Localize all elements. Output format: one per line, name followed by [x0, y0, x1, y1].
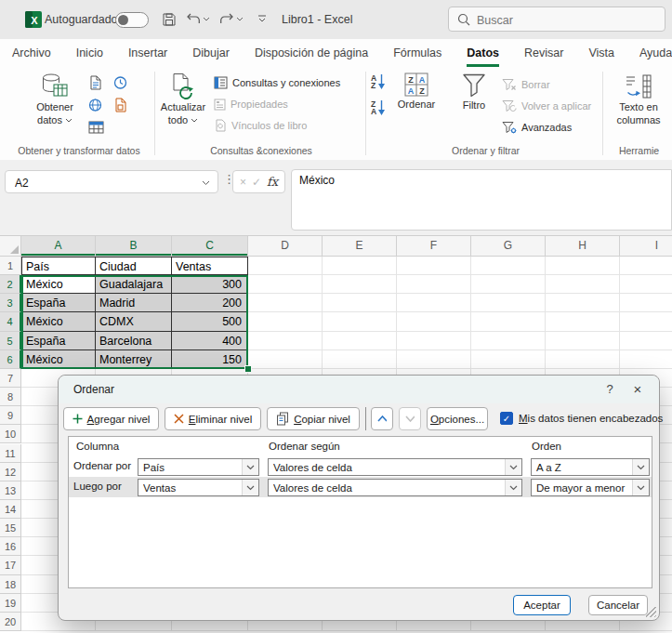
- cell-F4[interactable]: [397, 312, 471, 331]
- tab-archivo[interactable]: Archivo: [12, 39, 51, 67]
- copy-level-button[interactable]: Copiar nivel: [267, 407, 360, 430]
- cell-E6[interactable]: [323, 350, 397, 369]
- tab-revisar[interactable]: Revisar: [524, 39, 563, 67]
- cell-D2[interactable]: [248, 275, 323, 294]
- sort-level-row-1[interactable]: Ordenar por País Valores de celda A a Z: [69, 456, 652, 477]
- cell-G4[interactable]: [471, 312, 546, 331]
- recent-sources-clock-icon[interactable]: [113, 75, 127, 90]
- cell-C6[interactable]: 150: [172, 350, 248, 369]
- level1-column-select[interactable]: País: [138, 458, 259, 476]
- cell-A6[interactable]: México: [21, 350, 96, 369]
- column-header-I[interactable]: I: [620, 236, 672, 257]
- cell-H2[interactable]: [546, 275, 620, 294]
- cell-I6[interactable]: [620, 350, 672, 369]
- select-all-corner[interactable]: [0, 236, 21, 257]
- dialog-help-icon[interactable]: ?: [596, 376, 624, 403]
- cell-D5[interactable]: [248, 332, 323, 350]
- cell-C1[interactable]: Ventas: [172, 257, 248, 275]
- cell-A1[interactable]: País: [21, 257, 96, 275]
- row-header-20[interactable]: 20: [0, 613, 21, 631]
- insert-function-icon[interactable]: fx: [267, 175, 278, 189]
- row-header-10[interactable]: 10: [0, 425, 21, 443]
- move-level-down-button[interactable]: [399, 407, 421, 430]
- cancel-button[interactable]: Cancelar: [588, 595, 648, 615]
- cell-H4[interactable]: [546, 312, 620, 331]
- dialog-close-icon[interactable]: ×: [624, 376, 652, 403]
- name-box-input[interactable]: [13, 173, 189, 192]
- tab-ayuda[interactable]: Ayuda: [639, 39, 672, 67]
- column-header-E[interactable]: E: [323, 236, 397, 257]
- undo-icon[interactable]: [186, 12, 201, 26]
- cell-I1[interactable]: [620, 257, 672, 275]
- redo-icon[interactable]: [219, 12, 234, 26]
- cell-A2[interactable]: México: [21, 275, 96, 294]
- cell-E5[interactable]: [323, 332, 397, 350]
- cell-G5[interactable]: [471, 332, 546, 350]
- cell-A5[interactable]: España: [21, 332, 96, 350]
- tab-vista[interactable]: Vista: [588, 39, 614, 67]
- from-table-range-icon[interactable]: [88, 121, 104, 135]
- properties-button[interactable]: Propiedades: [214, 96, 288, 112]
- cell-B4[interactable]: CDMX: [96, 312, 172, 331]
- row-header-5[interactable]: 5: [0, 332, 21, 350]
- cell-D6[interactable]: [248, 350, 323, 369]
- cell-G6[interactable]: [471, 350, 546, 369]
- name-box-chevron-icon[interactable]: [202, 180, 210, 186]
- row-header-18[interactable]: 18: [0, 575, 21, 594]
- column-header-A[interactable]: A: [21, 236, 96, 257]
- sort-descending-icon[interactable]: ZA: [371, 99, 386, 116]
- column-header-B[interactable]: B: [96, 236, 172, 257]
- refresh-all-button[interactable]: Actualizar todo: [152, 73, 214, 126]
- headers-checkbox[interactable]: ✓: [500, 412, 513, 425]
- row-header-2[interactable]: 2: [0, 275, 21, 294]
- tab-dibujar[interactable]: Dibujar: [192, 39, 230, 67]
- options-button[interactable]: Opciones...: [427, 407, 488, 430]
- confirm-entry-icon[interactable]: ✓: [252, 176, 261, 189]
- cell-A4[interactable]: México: [21, 312, 96, 331]
- cell-B5[interactable]: Barcelona: [96, 332, 172, 350]
- cell-E1[interactable]: [323, 257, 397, 275]
- cell-F1[interactable]: [397, 257, 471, 275]
- cell-D1[interactable]: [248, 257, 323, 275]
- cell-A3[interactable]: España: [21, 294, 96, 312]
- cell-B1[interactable]: Ciudad: [96, 257, 172, 275]
- sort-level-row-2[interactable]: Luego por Ventas Valores de celda De may…: [69, 477, 652, 497]
- tab-formulas[interactable]: Fórmulas: [393, 39, 441, 67]
- cell-C5[interactable]: 400: [172, 332, 248, 350]
- column-header-G[interactable]: G: [471, 236, 546, 257]
- cell-H1[interactable]: [546, 257, 620, 275]
- cell-C3[interactable]: 200: [172, 294, 248, 312]
- delete-level-button[interactable]: Eliminar nivel: [165, 407, 261, 430]
- row-header-19[interactable]: 19: [0, 594, 21, 613]
- level2-sort-on-select[interactable]: Valores de celda: [268, 479, 522, 496]
- row-header-14[interactable]: 14: [0, 500, 21, 519]
- get-data-button[interactable]: Obtener datos: [24, 73, 86, 126]
- cell-B3[interactable]: Madrid: [96, 294, 172, 312]
- tab-insertar[interactable]: Insertar: [128, 39, 167, 67]
- row-header-8[interactable]: 8: [0, 388, 21, 406]
- redo-dropdown-icon[interactable]: [236, 17, 244, 22]
- level2-column-select[interactable]: Ventas: [138, 479, 259, 496]
- row-header-13[interactable]: 13: [0, 481, 21, 500]
- from-text-file-icon[interactable]: [88, 75, 102, 90]
- workbook-links-button[interactable]: Vínculos de libro: [214, 117, 307, 134]
- cell-D4[interactable]: [248, 312, 323, 331]
- cell-H6[interactable]: [546, 350, 620, 369]
- cell-G3[interactable]: [471, 294, 546, 312]
- cell-F2[interactable]: [397, 275, 471, 294]
- column-header-C[interactable]: C: [172, 236, 248, 257]
- cell-F5[interactable]: [397, 332, 471, 350]
- row-header-1[interactable]: 1: [0, 257, 21, 275]
- search-input[interactable]: [475, 8, 660, 32]
- sort-ascending-icon[interactable]: AZ: [371, 73, 386, 90]
- cell-C4[interactable]: 500: [172, 312, 248, 331]
- cell-C2[interactable]: 300: [172, 275, 248, 294]
- row-header-6[interactable]: 6: [0, 350, 21, 369]
- name-box[interactable]: [5, 170, 218, 193]
- move-level-up-button[interactable]: [371, 407, 393, 430]
- row-header-15[interactable]: 15: [0, 519, 21, 537]
- row-header-7[interactable]: 7: [0, 369, 21, 388]
- cancel-entry-icon[interactable]: ×: [240, 176, 246, 189]
- tab-datos[interactable]: Datos: [467, 39, 499, 67]
- sort-dialog-titlebar[interactable]: Ordenar ? ×: [59, 376, 659, 403]
